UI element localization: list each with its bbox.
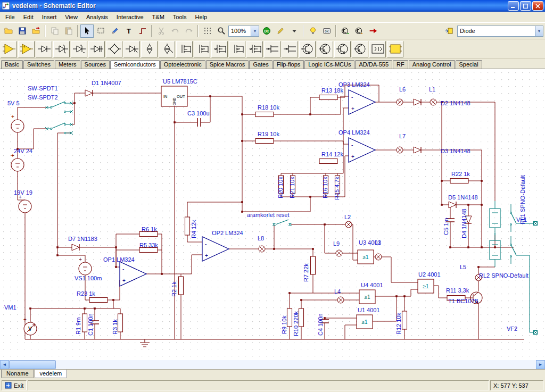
- component-label[interactable]: L3: [375, 239, 381, 246]
- open-button[interactable]: [2, 24, 15, 38]
- doc-tab-noname[interactable]: Noname: [1, 370, 34, 378]
- dc-interactive-button[interactable]: DC: [260, 24, 273, 38]
- probe-button[interactable]: [366, 24, 379, 38]
- component-label[interactable]: VM1: [4, 304, 16, 311]
- maximize-button[interactable]: [520, 1, 531, 11]
- scroll-left-button[interactable]: ◄: [0, 360, 9, 369]
- component-label[interactable]: R16 10k: [322, 177, 328, 198]
- menu-file[interactable]: File: [1, 12, 19, 22]
- scroll-right-button[interactable]: ►: [536, 360, 545, 369]
- component-label[interactable]: L8: [258, 235, 264, 241]
- tab-logic-ics-mcus[interactable]: Logic ICs-MCUs: [304, 60, 354, 69]
- part-R4[interactable]: [185, 217, 190, 235]
- palette-pmos-depletion[interactable]: [246, 41, 263, 57]
- palette-pmos[interactable]: [211, 41, 228, 57]
- part-R1[interactable]: [82, 314, 87, 332]
- part-R10[interactable]: [299, 308, 304, 327]
- cut-button[interactable]: [154, 24, 168, 38]
- component-label[interactable]: 5V 5: [7, 100, 20, 106]
- part-R12[interactable]: [402, 311, 407, 329]
- component-label[interactable]: C3 100u: [187, 110, 210, 116]
- part-U1[interactable]: ≥1: [357, 315, 373, 329]
- palette-diode[interactable]: [36, 41, 52, 57]
- component-label[interactable]: C1 100n: [87, 313, 94, 336]
- part-R2[interactable]: [179, 277, 184, 295]
- scroll-track[interactable]: [56, 360, 536, 369]
- menu-tm[interactable]: T&M: [148, 12, 169, 22]
- part-R7[interactable]: [311, 256, 316, 274]
- part-R13[interactable]: [319, 95, 337, 100]
- component-label[interactable]: U4 4001: [361, 282, 383, 288]
- palette-bridge-rectifier[interactable]: [106, 41, 122, 57]
- tab-semiconductors[interactable]: Semiconductors: [110, 60, 160, 69]
- palette-igbt[interactable]: [176, 41, 193, 57]
- part-L1[interactable]: [430, 99, 436, 105]
- part-R14[interactable]: [319, 159, 337, 164]
- part-L4[interactable]: [337, 297, 344, 303]
- part-R19[interactable]: [255, 139, 274, 144]
- copy-button[interactable]: [48, 24, 61, 38]
- menu-analysis[interactable]: Analysis: [82, 12, 112, 22]
- tab-meters[interactable]: Meters: [55, 60, 80, 69]
- component-label[interactable]: OP2 LM324: [212, 230, 243, 236]
- palette-npn-transistor[interactable]: [299, 41, 316, 57]
- component-label[interactable]: R20 10k: [277, 177, 284, 198]
- component-label[interactable]: C4 100n: [317, 313, 324, 336]
- component-label[interactable]: L2: [344, 214, 351, 220]
- tab-sources[interactable]: Sources: [81, 60, 110, 69]
- part-L3[interactable]: [375, 254, 382, 260]
- component-label[interactable]: L5: [460, 264, 466, 270]
- component-label[interactable]: R4 12k: [191, 220, 197, 238]
- tab-optoelectronic[interactable]: Optoelectronic: [160, 60, 205, 69]
- zoom-select[interactable]: 100%▼: [228, 26, 259, 37]
- component-label[interactable]: D1 1N4007: [92, 80, 121, 86]
- component-label[interactable]: 24V 24: [14, 148, 32, 154]
- component-label[interactable]: R5 33k: [139, 242, 158, 248]
- component-mode-button[interactable]: [442, 24, 456, 38]
- part-L7[interactable]: [397, 147, 403, 153]
- close-button[interactable]: [532, 1, 543, 11]
- palette-optocoupler[interactable]: [369, 41, 386, 57]
- schematic-canvas[interactable]: ++++V+INOUTGND-+-+-+-+≥1≥1≥1≥1 SW-SPDT1S…: [0, 69, 545, 360]
- menu-help[interactable]: Help: [191, 12, 212, 22]
- component-label[interactable]: RL2 SPNO-Default: [479, 272, 529, 279]
- part-U3[interactable]: ≥1: [358, 250, 374, 264]
- component-label[interactable]: L1: [429, 86, 435, 93]
- redo-button[interactable]: [182, 24, 195, 38]
- component-label[interactable]: R10 220k: [293, 311, 299, 336]
- palette-npn-darlington[interactable]: [334, 41, 351, 57]
- component-label[interactable]: C5 1m: [443, 218, 449, 235]
- part-R23[interactable]: [89, 298, 108, 303]
- paste-button[interactable]: [62, 24, 75, 38]
- part-R9[interactable]: [287, 308, 292, 327]
- palette-diac[interactable]: [141, 41, 158, 57]
- component-label[interactable]: L7: [399, 133, 406, 139]
- tab-special[interactable]: Special: [456, 60, 482, 69]
- tab-gates[interactable]: Gates: [249, 60, 272, 69]
- palette-zener-diode[interactable]: [53, 41, 70, 57]
- component-label[interactable]: SW-SPDT1: [28, 85, 58, 91]
- mode-arrow-button[interactable]: [287, 24, 301, 38]
- exit-button[interactable]: Exit: [2, 380, 27, 390]
- component-label[interactable]: D2 1N4148: [441, 100, 470, 106]
- palette-opamp[interactable]: [18, 41, 35, 57]
- save-button[interactable]: [15, 24, 29, 38]
- menu-edit[interactable]: Edit: [19, 12, 38, 22]
- zoom-tool-button[interactable]: [214, 24, 228, 38]
- component-label[interactable]: R22 1k: [451, 171, 470, 177]
- component-label[interactable]: U5 LM7815C: [163, 78, 197, 85]
- component-label[interactable]: U2 4001: [418, 271, 441, 278]
- menu-view[interactable]: View: [61, 12, 82, 22]
- component-label[interactable]: D7 1N1183: [68, 236, 97, 242]
- grid-button[interactable]: [201, 24, 214, 38]
- component-label[interactable]: VF1: [516, 216, 527, 223]
- part-L8[interactable]: [259, 246, 265, 252]
- component-label[interactable]: SW-SPDT2: [28, 94, 58, 101]
- tab-ad-da-555[interactable]: AD/DA-555: [355, 60, 392, 69]
- component-label[interactable]: L4: [334, 288, 341, 295]
- part-L6[interactable]: [397, 99, 403, 105]
- chevron-down-icon[interactable]: ▼: [535, 26, 543, 36]
- component-label[interactable]: L9: [333, 240, 340, 247]
- component-label[interactable]: 19V 19: [14, 189, 32, 196]
- tab-spice-macros[interactable]: Spice Macros: [206, 60, 249, 69]
